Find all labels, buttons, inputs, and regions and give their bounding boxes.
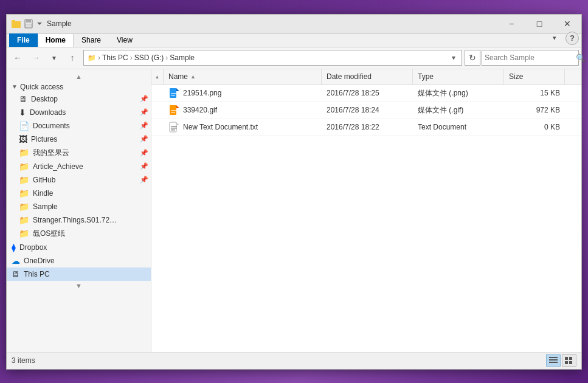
file-list-header: ▲ Name ▲ Date modified Type Size bbox=[151, 69, 581, 85]
sidebar-item-downloads[interactable]: ⬇ Downloads 📌 bbox=[7, 106, 151, 119]
svg-rect-24 bbox=[565, 361, 568, 364]
up-button[interactable]: ↑ bbox=[64, 49, 81, 66]
file-cell-size-0: 15 KB bbox=[504, 85, 565, 102]
breadcrumb-ssd: SSD (G:) bbox=[134, 53, 164, 62]
large-icons-view-icon bbox=[565, 357, 573, 364]
file-list: 219514.png 2016/7/28 18:25 媒体文件 (.png) 1… bbox=[151, 85, 581, 352]
svg-marker-5 bbox=[37, 22, 42, 25]
sort-arrow-name: ▲ bbox=[190, 74, 196, 80]
txt-file-icon bbox=[168, 122, 179, 133]
search-box[interactable]: 🔍 bbox=[482, 50, 579, 66]
file-cell-size-2: 0 KB bbox=[504, 119, 565, 136]
sidebar-item-documents[interactable]: 📄 Documents 📌 bbox=[7, 119, 151, 133]
tab-view[interactable]: View bbox=[109, 33, 140, 47]
title-dropdown-icon bbox=[36, 19, 43, 29]
pin-icon-desktop: 📌 bbox=[140, 95, 148, 103]
search-input[interactable] bbox=[485, 53, 576, 62]
sidebar-item-pictures[interactable]: 🖼 Pictures 📌 bbox=[7, 133, 151, 146]
article-icon: 📁 bbox=[19, 162, 29, 171]
ribbon-expand-button[interactable]: ▾ bbox=[546, 30, 563, 47]
file-cell-type-2: Text Document bbox=[413, 119, 504, 136]
status-bar: 3 items bbox=[7, 352, 581, 369]
pictures-icon: 🖼 bbox=[19, 134, 27, 144]
title-bar: Sample − □ ✕ bbox=[7, 15, 581, 34]
sidebar-scroll-down[interactable]: ▼ bbox=[7, 281, 151, 291]
quick-access-chevron: ▼ bbox=[12, 83, 18, 90]
documents-icon: 📄 bbox=[19, 121, 29, 131]
kindle-icon: 📁 bbox=[19, 188, 29, 198]
ribbon-tabs: File Home Share View ▾ ? bbox=[7, 34, 581, 47]
details-view-button[interactable] bbox=[546, 354, 561, 367]
svg-rect-3 bbox=[26, 19, 31, 22]
svg-marker-15 bbox=[176, 122, 179, 125]
sidebar-item-article[interactable]: 📁 Article_Achieve 📌 bbox=[7, 160, 151, 173]
sidebar-item-sample[interactable]: 📁 Sample bbox=[7, 200, 151, 213]
breadcrumb-sample: Sample bbox=[170, 53, 195, 62]
xios-icon: 📁 bbox=[19, 229, 29, 238]
tab-file[interactable]: File bbox=[9, 33, 38, 47]
stranger-icon: 📁 bbox=[19, 215, 29, 225]
title-bar-icons bbox=[12, 19, 43, 29]
back-button[interactable]: ← bbox=[9, 49, 26, 66]
sidebar-scroll-up[interactable]: ▲ bbox=[7, 72, 151, 81]
tab-share[interactable]: Share bbox=[74, 33, 109, 47]
sidebar-item-github[interactable]: 📁 GitHub 📌 bbox=[7, 173, 151, 187]
pin-icon-downloads: 📌 bbox=[140, 108, 148, 116]
help-button[interactable]: ? bbox=[566, 32, 579, 45]
sidebar-item-stranger[interactable]: 📁 Stranger.Things.S01.720p.N bbox=[7, 213, 151, 227]
breadcrumb-icon: 📁 bbox=[88, 54, 96, 62]
gif-file-icon bbox=[168, 105, 179, 116]
svg-rect-19 bbox=[549, 357, 558, 358]
sidebar-section-quick-access[interactable]: ▼ Quick access bbox=[7, 81, 151, 92]
svg-rect-21 bbox=[549, 362, 558, 363]
file-area: ▲ Name ▲ Date modified Type Size bbox=[151, 69, 581, 352]
table-row[interactable]: New Text Document.txt 2016/7/28 18:22 Te… bbox=[151, 119, 581, 136]
sidebar-item-xios[interactable]: 📁 氙OS壁纸 bbox=[7, 227, 151, 241]
table-row[interactable]: 339420.gif 2016/7/28 18:24 媒体文件 (.gif) 9… bbox=[151, 102, 581, 119]
refresh-button[interactable]: ↻ bbox=[465, 50, 480, 66]
svg-rect-18 bbox=[171, 129, 175, 131]
address-breadcrumb: 📁 › This PC › SSD (G:) › Sample bbox=[88, 53, 195, 62]
address-bar[interactable]: 📁 › This PC › SSD (G:) › Sample ▾ bbox=[83, 50, 462, 66]
item-count: 3 items bbox=[12, 356, 35, 365]
sidebar-item-jianguoyun[interactable]: 📁 我的坚果云 📌 bbox=[7, 146, 151, 160]
table-row[interactable]: 219514.png 2016/7/28 18:25 媒体文件 (.png) 1… bbox=[151, 85, 581, 102]
search-icon[interactable]: 🔍 bbox=[576, 53, 586, 63]
file-cell-size-1: 972 KB bbox=[504, 102, 565, 119]
sidebar: ▲ ▼ Quick access 🖥 Desktop 📌 ⬇ Downloads… bbox=[7, 69, 151, 352]
title-folder-icon bbox=[12, 19, 21, 29]
sidebar-item-dropbox[interactable]: ⧫ Dropbox bbox=[7, 241, 151, 254]
sidebar-item-kindle[interactable]: 📁 Kindle bbox=[7, 187, 151, 200]
svg-rect-25 bbox=[569, 361, 572, 364]
svg-rect-23 bbox=[569, 357, 572, 360]
quick-access-label: Quick access bbox=[20, 83, 63, 91]
col-header-size[interactable]: Size bbox=[504, 69, 565, 85]
file-cell-type-1: 媒体文件 (.gif) bbox=[413, 102, 504, 119]
minimize-button[interactable]: − bbox=[497, 14, 525, 33]
large-icons-view-button[interactable] bbox=[562, 354, 576, 367]
toolbar: ← → ▼ ↑ 📁 › This PC › SSD (G:) › Sample … bbox=[7, 47, 581, 69]
svg-rect-9 bbox=[171, 95, 175, 96]
file-cell-type-0: 媒体文件 (.png) bbox=[413, 85, 504, 102]
file-cell-date-2: 2016/7/28 18:22 bbox=[322, 119, 413, 136]
svg-rect-8 bbox=[171, 93, 177, 94]
github-icon: 📁 bbox=[19, 175, 29, 185]
col-header-type[interactable]: Type bbox=[413, 69, 504, 85]
svg-rect-14 bbox=[170, 122, 176, 132]
col-header-date[interactable]: Date modified bbox=[322, 69, 413, 85]
sidebar-item-onedrive[interactable]: ☁ OneDrive bbox=[7, 254, 151, 267]
address-dropdown-icon[interactable]: ▾ bbox=[449, 53, 458, 62]
breadcrumb-separator-0: › bbox=[98, 53, 100, 62]
sidebar-item-desktop[interactable]: 🖥 Desktop 📌 bbox=[7, 92, 151, 106]
recent-locations-button[interactable]: ▼ bbox=[46, 49, 63, 66]
svg-rect-17 bbox=[171, 128, 177, 129]
file-cell-date-0: 2016/7/28 18:25 bbox=[322, 85, 413, 102]
file-cell-name-0: 219514.png bbox=[164, 85, 322, 102]
svg-marker-7 bbox=[176, 88, 179, 91]
col-header-name[interactable]: Name ▲ bbox=[164, 69, 322, 85]
forward-button[interactable]: → bbox=[27, 49, 44, 66]
tab-home[interactable]: Home bbox=[38, 33, 74, 47]
sidebar-item-thispc[interactable]: 🖥 This PC bbox=[7, 267, 151, 281]
file-cell-date-1: 2016/7/28 18:24 bbox=[322, 102, 413, 119]
breadcrumb-this-pc: This PC bbox=[102, 53, 128, 62]
